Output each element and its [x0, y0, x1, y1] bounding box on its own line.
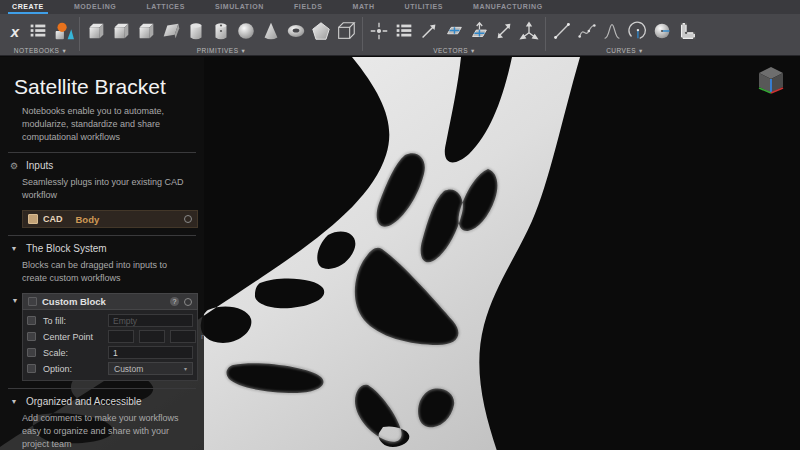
option-label: Option: — [41, 364, 103, 374]
center-point-z-input[interactable] — [170, 330, 196, 343]
caret-down-icon: ▾ — [62, 47, 66, 55]
arc-icon[interactable] — [626, 20, 648, 42]
bell-curve-icon[interactable] — [601, 20, 623, 42]
view-cube[interactable] — [756, 65, 786, 99]
tab-utilities[interactable]: UTILITIES — [401, 0, 447, 14]
box-icon[interactable] — [110, 20, 132, 42]
scale-label: Scale: — [41, 348, 103, 358]
cad-body-name: Body — [76, 214, 180, 225]
sphere-icon[interactable] — [235, 20, 257, 42]
list-icon[interactable] — [393, 20, 415, 42]
section-block-system[interactable]: ▼ The Block System — [8, 243, 196, 254]
help-icon[interactable]: ? — [170, 297, 179, 306]
slanted-box-icon[interactable] — [160, 20, 182, 42]
viewport-3d[interactable]: Satellite Bracket Notebooks enable you t… — [0, 57, 800, 450]
vectors-group-label[interactable]: VECTORS▾ — [433, 46, 475, 55]
spline-icon[interactable] — [576, 20, 598, 42]
toolbar: x NOTEBOOKS▾ — [0, 14, 800, 56]
custom-block-checkbox[interactable] — [28, 297, 37, 306]
center-point-y-input[interactable] — [139, 330, 165, 343]
cad-badge: CAD — [43, 214, 63, 224]
status-ring-icon[interactable] — [184, 298, 192, 306]
toolbar-group-curves: CURVES▾ — [551, 16, 698, 55]
organized-desc: Add comments to make your workflows easy… — [22, 412, 194, 450]
polyline-icon[interactable] — [676, 20, 698, 42]
status-ring-icon[interactable] — [184, 215, 192, 223]
notebook-intro: Notebooks enable you to automate, modula… — [22, 105, 194, 144]
tab-math[interactable]: MATH — [348, 0, 378, 14]
caret-down-icon: ▾ — [639, 47, 643, 55]
unit-label: mm — [201, 332, 204, 341]
variable-icon[interactable]: x — [6, 20, 24, 42]
center-point-row: Center Point mm — [27, 329, 193, 344]
to-fill-input[interactable] — [108, 314, 193, 327]
cad-checkbox[interactable] — [28, 214, 38, 224]
scale-checkbox[interactable] — [27, 348, 36, 357]
tab-manufacturing[interactable]: MANUFACTURING — [469, 0, 547, 14]
section-inputs-label: Inputs — [26, 160, 53, 171]
triple-axis-icon[interactable] — [518, 20, 540, 42]
shapes-icon[interactable] — [52, 20, 74, 42]
divider — [8, 152, 196, 153]
collapse-arrow-icon[interactable]: ▼ — [8, 293, 22, 381]
toolbar-separator — [362, 17, 363, 51]
notebooks-group-label[interactable]: NOTEBOOKS▾ — [14, 46, 66, 55]
cone-icon[interactable] — [260, 20, 282, 42]
scale-input[interactable] — [108, 346, 193, 359]
pentagon-prism-icon[interactable] — [310, 20, 332, 42]
center-point-x-input[interactable] — [108, 330, 134, 343]
scale-row: Scale: — [27, 345, 193, 360]
block-system-desc: Blocks can be dragged into inputs to cre… — [22, 259, 194, 285]
app-window: CREATE MODELING LATTICES SIMULATION FIEL… — [0, 0, 800, 450]
torus-icon[interactable] — [285, 20, 307, 42]
divider — [8, 235, 196, 236]
option-dropdown-value: Custom — [114, 364, 143, 374]
option-row: Option: Custom ▾ — [27, 361, 193, 376]
plane-translate-icon[interactable] — [468, 20, 490, 42]
plane-icon[interactable] — [443, 20, 465, 42]
section-organized[interactable]: ▼ Organized and Accessible — [8, 396, 196, 407]
toolbar-separator — [79, 17, 80, 51]
caret-down-icon: ▾ — [242, 47, 246, 55]
tab-lattices[interactable]: LATTICES — [142, 0, 189, 14]
vector-arrow-icon[interactable] — [418, 20, 440, 42]
tab-create[interactable]: CREATE — [8, 0, 48, 14]
inputs-desc: Seamlessly plugs into your existing CAD … — [22, 176, 194, 202]
collapse-arrow-icon[interactable]: ▼ — [8, 245, 20, 252]
circle-curve-icon[interactable] — [651, 20, 673, 42]
line-icon[interactable] — [551, 20, 573, 42]
to-fill-label: To fill: — [41, 316, 103, 326]
cylinder-points-icon[interactable] — [210, 20, 232, 42]
gear-icon: ⚙ — [8, 161, 20, 171]
toolbar-group-notebooks: x NOTEBOOKS▾ — [6, 16, 74, 55]
menu-bar: CREATE MODELING LATTICES SIMULATION FIEL… — [0, 0, 800, 14]
custom-block-title: Custom Block — [42, 296, 165, 307]
option-checkbox[interactable] — [27, 364, 36, 373]
point-icon[interactable] — [368, 20, 390, 42]
tab-simulation[interactable]: SIMULATION — [211, 0, 268, 14]
center-point-checkbox[interactable] — [27, 332, 36, 341]
tab-modeling[interactable]: MODELING — [70, 0, 121, 14]
cad-body-input-row[interactable]: CAD Body — [22, 210, 198, 228]
toolbar-separator — [545, 17, 546, 51]
custom-block: ▼ Custom Block ? To fill: — [8, 293, 196, 381]
to-fill-checkbox[interactable] — [27, 316, 36, 325]
primitives-group-label[interactable]: PRIMITIVES▾ — [197, 46, 246, 55]
section-block-system-label: The Block System — [26, 243, 107, 254]
box-icon[interactable] — [85, 20, 107, 42]
notebook-sidebar: Satellite Bracket Notebooks enable you t… — [0, 57, 204, 450]
notebook-list-icon[interactable] — [27, 20, 49, 42]
wireframe-cube-icon[interactable] — [335, 20, 357, 42]
diagonal-arrows-icon[interactable] — [493, 20, 515, 42]
custom-block-header[interactable]: Custom Block ? — [22, 293, 198, 310]
box-icon[interactable] — [135, 20, 157, 42]
collapse-arrow-icon[interactable]: ▼ — [8, 398, 20, 405]
curves-group-label[interactable]: CURVES▾ — [606, 46, 643, 55]
option-dropdown[interactable]: Custom ▾ — [108, 362, 193, 375]
section-inputs[interactable]: ⚙ Inputs — [8, 160, 196, 171]
toolbar-group-vectors: VECTORS▾ — [368, 16, 540, 55]
tab-fields[interactable]: FIELDS — [290, 0, 327, 14]
cylinder-icon[interactable] — [185, 20, 207, 42]
to-fill-row: To fill: — [27, 313, 193, 328]
divider — [8, 388, 196, 389]
